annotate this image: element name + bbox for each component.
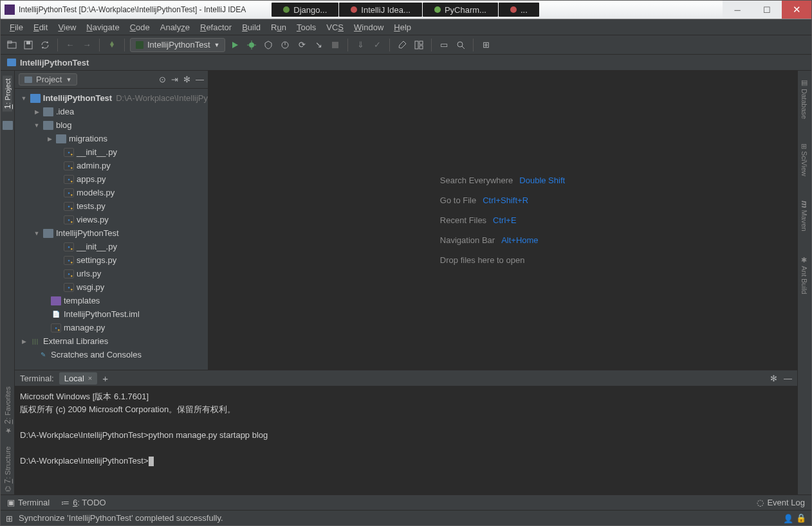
tree-file[interactable]: __init__.py — [15, 145, 208, 159]
menu-tools[interactable]: Tools — [291, 21, 321, 33]
close-button[interactable]: ✕ — [782, 1, 811, 19]
collapse-icon[interactable]: ⇥ — [171, 75, 178, 84]
tree-file[interactable]: 📄IntellijPythonTest.iml — [15, 307, 208, 321]
close-tab-icon[interactable]: × — [88, 374, 92, 382]
run-icon[interactable] — [228, 38, 242, 52]
vcs-update-icon[interactable]: ⇓ — [353, 38, 367, 52]
tree-file[interactable]: manage.py — [15, 321, 208, 334]
project-structure-icon[interactable] — [412, 38, 426, 52]
menubar: File Edit View Navigate Code Analyze Ref… — [1, 19, 811, 35]
hide-icon[interactable]: — — [196, 75, 204, 84]
titlebar[interactable]: IntellijPythonTest [D:\A-Workplace\Intel… — [1, 1, 811, 19]
attach-icon[interactable]: ↘ — [311, 38, 326, 52]
hide-icon[interactable]: — — [784, 374, 792, 383]
terminal-tool-button[interactable]: ▣ Terminal — [7, 498, 50, 507]
svg-rect-3 — [26, 41, 30, 44]
new-terminal-button[interactable]: + — [102, 373, 108, 384]
python-file-icon — [64, 148, 74, 157]
menu-navigate[interactable]: Navigate — [81, 21, 124, 33]
database-tool-button[interactable]: ▤ Database — [800, 76, 809, 122]
svg-rect-11 — [332, 42, 338, 48]
tree-folder[interactable]: ▶.idea — [15, 105, 208, 118]
tree-folder[interactable]: ▼IntellijPythonTest — [15, 226, 208, 240]
profile-icon[interactable] — [278, 38, 292, 52]
tree-file[interactable]: __init__.py — [15, 240, 208, 253]
run-config-label: IntellijPythonTest — [147, 40, 210, 50]
todo-tool-button[interactable]: ≔ 6: TODO — [61, 498, 106, 507]
search-icon[interactable] — [454, 38, 468, 52]
menu-build[interactable]: Build — [237, 21, 266, 33]
tree-file[interactable]: wsgi.py — [15, 280, 208, 294]
external-libraries[interactable]: ▶External Libraries — [15, 334, 208, 348]
tree-folder[interactable]: ▶migrations — [15, 132, 208, 145]
debug-icon[interactable] — [245, 38, 259, 52]
menu-vcs[interactable]: VCS — [321, 21, 349, 33]
windows-icon[interactable]: ⊞ — [6, 514, 15, 523]
menu-file[interactable]: File — [5, 21, 28, 33]
tree-file[interactable]: apps.py — [15, 172, 208, 186]
os-tab[interactable]: PyCharm... — [423, 3, 498, 17]
event-log-button[interactable]: ◌ Event Log — [757, 498, 805, 507]
locate-icon[interactable]: ⊙ — [159, 75, 166, 84]
breadcrumb[interactable]: IntellijPythonTest — [20, 58, 89, 68]
lock-icon[interactable]: 🔒 — [796, 513, 806, 523]
project-view-selector[interactable]: Project ▼ — [19, 73, 77, 86]
os-tab[interactable]: IntelliJ Idea... — [339, 3, 422, 17]
project-tree[interactable]: ▼IntellijPythonTestD:\A-Workplace\Intell… — [15, 89, 208, 370]
gear-icon[interactable]: ✻ — [183, 75, 190, 84]
terminal-output[interactable]: Microsoft Windows [版本 6.1.7601] 版权所有 (c)… — [15, 386, 797, 494]
tree-file[interactable]: models.py — [15, 186, 208, 199]
tree-file[interactable]: tests.py — [15, 199, 208, 213]
vcs-commit-icon[interactable]: ✓ — [370, 38, 384, 52]
chevron-down-icon: ▼ — [66, 77, 71, 83]
structure-tool-button[interactable]: ⌬ 7: Structure — [3, 444, 12, 494]
os-tab[interactable]: ... — [499, 3, 539, 17]
maximize-button[interactable]: ☐ — [752, 1, 782, 19]
tree-folder[interactable]: ▼blog — [15, 118, 208, 132]
scratches[interactable]: Scratches and Consoles — [15, 348, 208, 361]
run-config-selector[interactable]: IntellijPythonTest ▼ — [130, 38, 225, 52]
forward-icon[interactable]: → — [80, 38, 94, 52]
python-file-icon — [64, 269, 74, 278]
settings-icon[interactable] — [395, 38, 409, 52]
menu-run[interactable]: Run — [266, 21, 291, 33]
project-tool-button[interactable]: 1: Project — [3, 76, 12, 112]
folder-icon — [24, 77, 32, 83]
hint-search-everywhere: Search EverywhereDouble Shift — [440, 176, 565, 185]
tree-file[interactable]: settings.py — [15, 253, 208, 267]
concurrency-icon[interactable]: ⟳ — [295, 38, 309, 52]
menu-view[interactable]: View — [53, 21, 81, 33]
tree-file[interactable]: urls.py — [15, 267, 208, 280]
menu-edit[interactable]: Edit — [28, 21, 53, 33]
tree-file[interactable]: admin.py — [15, 159, 208, 172]
maven-tool-button[interactable]: m Maven — [800, 198, 809, 234]
stop-icon[interactable] — [328, 38, 342, 52]
tree-folder[interactable]: templates — [15, 294, 208, 307]
coverage-icon[interactable] — [261, 38, 275, 52]
ant-tool-button[interactable]: ✱ Ant Build — [800, 253, 809, 296]
favicon-icon — [351, 6, 357, 13]
sciview-tool-button[interactable]: ⊞ SciView — [800, 141, 809, 179]
open-icon[interactable] — [5, 38, 19, 52]
gear-icon[interactable]: ✻ — [770, 374, 777, 383]
tree-root[interactable]: ▼IntellijPythonTestD:\A-Workplace\Intell… — [15, 91, 208, 105]
build-icon[interactable] — [105, 38, 119, 52]
os-tab[interactable]: Django... — [272, 3, 338, 17]
sync-icon[interactable] — [38, 38, 52, 52]
misc-icon[interactable]: ⊞ — [479, 38, 493, 52]
hector-icon[interactable]: 👤 — [783, 514, 792, 523]
bookmark-icon[interactable] — [3, 121, 13, 130]
editor-empty-state[interactable]: Search EverywhereDouble Shift Go to File… — [208, 71, 797, 370]
menu-analyze[interactable]: Analyze — [155, 21, 195, 33]
terminal-tab-local[interactable]: Local× — [59, 372, 98, 385]
menu-code[interactable]: Code — [125, 21, 155, 33]
tree-file[interactable]: views.py — [15, 213, 208, 226]
sdk-icon[interactable]: ▭ — [437, 38, 451, 52]
favorites-tool-button[interactable]: ★ 2: Favorites — [3, 384, 12, 437]
save-icon[interactable] — [21, 38, 35, 52]
minimize-button[interactable]: ─ — [723, 1, 752, 19]
menu-window[interactable]: Window — [349, 21, 389, 33]
menu-help[interactable]: Help — [389, 21, 416, 33]
back-icon[interactable]: ← — [63, 38, 77, 52]
menu-refactor[interactable]: Refactor — [195, 21, 237, 33]
